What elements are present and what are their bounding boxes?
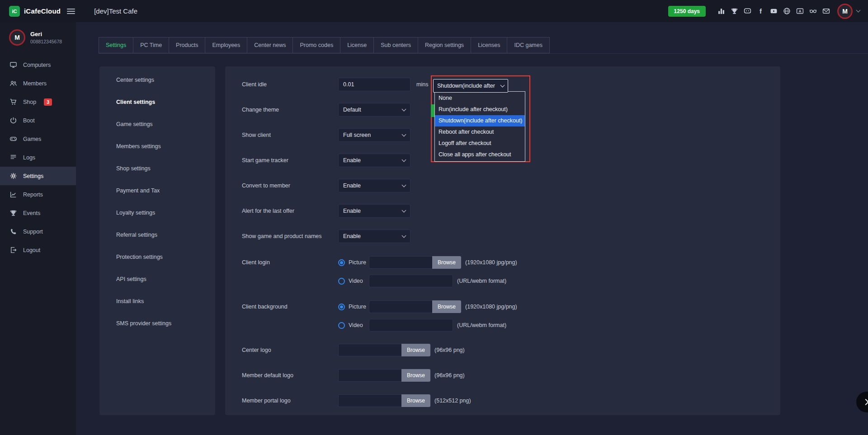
show-names-select[interactable]: Enable xyxy=(338,229,410,243)
convert-to-member-select[interactable]: Enable xyxy=(338,179,410,192)
select-value: Enable xyxy=(343,208,361,214)
settings-nav-game-settings[interactable]: Game settings xyxy=(99,113,215,136)
member-default-logo-input[interactable] xyxy=(338,369,401,382)
translate-icon[interactable]: A xyxy=(796,7,804,15)
member-portal-logo-input[interactable] xyxy=(338,394,401,407)
change-theme-select[interactable]: Default xyxy=(338,103,410,117)
start-game-tracker-select[interactable]: Enable xyxy=(338,154,410,167)
tab-licenses[interactable]: Licenses xyxy=(471,37,507,53)
chevron-down-icon[interactable] xyxy=(856,8,861,13)
settings-nav-loyalty-settings[interactable]: Loyalty settings xyxy=(99,202,215,224)
sidebar-item-boot[interactable]: Boot xyxy=(0,111,76,130)
mail-icon[interactable] xyxy=(822,7,830,15)
settings-nav-payment-and-tax[interactable]: Payment and Tax xyxy=(99,180,215,202)
user-avatar[interactable]: M xyxy=(837,4,853,19)
tab-products[interactable]: Products xyxy=(169,37,205,53)
tab-center-news[interactable]: Center news xyxy=(247,37,293,53)
option-close-all-apps[interactable]: Close all apps after checkout xyxy=(435,149,525,160)
brand[interactable]: iC iCafeCloud xyxy=(0,6,61,17)
settings-nav-install-links[interactable]: Install links xyxy=(99,290,215,313)
settings-nav-center-settings[interactable]: Center settings xyxy=(99,69,215,91)
show-client-select[interactable]: Full screen xyxy=(338,128,410,142)
sidebar-user[interactable]: M Geri 008812345678 xyxy=(0,22,76,53)
chevron-down-icon xyxy=(402,132,406,137)
client-background-picture-browse-button[interactable]: Browse xyxy=(432,300,461,313)
client-login-video-radio[interactable] xyxy=(338,278,345,285)
select-value: Default xyxy=(343,107,361,113)
settings-nav-referral-settings[interactable]: Referral settings xyxy=(99,224,215,246)
tab-employees[interactable]: Employees xyxy=(205,37,247,53)
settings-nav-api-settings[interactable]: API settings xyxy=(99,268,215,290)
tab-sub-centers[interactable]: Sub centers xyxy=(373,37,418,53)
reviews-icon[interactable] xyxy=(809,7,817,15)
client-idle-action-select[interactable]: Shutdown(include after xyxy=(433,79,508,93)
client-background-picture-input[interactable] xyxy=(369,300,432,313)
logout-icon xyxy=(9,246,17,254)
center-logo-browse-button[interactable]: Browse xyxy=(401,344,430,356)
settings-nav-protection-settings[interactable]: Protection settings xyxy=(99,246,215,268)
client-background-picture-radio[interactable] xyxy=(338,304,345,310)
sidebar-item-label: Logs xyxy=(23,154,35,161)
option-logoff-after-checkout[interactable]: Logoff after checkout xyxy=(435,138,525,149)
sidebar-item-events[interactable]: Events xyxy=(0,204,76,222)
sidebar-item-support[interactable]: Support xyxy=(0,222,76,241)
field-hint: (512x512 png) xyxy=(434,398,471,404)
floating-chevron-button[interactable] xyxy=(856,392,868,412)
tab-license[interactable]: License xyxy=(340,37,374,53)
client-login-picture-input[interactable] xyxy=(369,256,432,269)
client-background-video-radio[interactable] xyxy=(338,322,345,329)
member-portal-logo-browse-button[interactable]: Browse xyxy=(401,394,430,407)
option-shutdown-after-checkout[interactable]: Shutdown(include after checkout) xyxy=(435,115,525,126)
alert-last-offer-select[interactable]: Enable xyxy=(338,204,410,218)
discord-icon[interactable] xyxy=(744,7,751,15)
tab-region-settings[interactable]: Region settings xyxy=(418,37,471,53)
client-login-picture-browse-button[interactable]: Browse xyxy=(432,256,461,269)
field-label: Change theme xyxy=(242,107,338,113)
field-label: Center logo xyxy=(242,347,338,353)
menu-toggle-icon[interactable] xyxy=(67,7,75,15)
select-value: Enable xyxy=(343,182,361,189)
sidebar-item-games[interactable]: Games xyxy=(0,130,76,148)
globe-icon[interactable] xyxy=(783,7,791,15)
client-background-video-input[interactable] xyxy=(369,319,453,332)
option-reboot-after-checkout[interactable]: Reboot after checkout xyxy=(435,126,525,138)
stats-icon[interactable] xyxy=(717,7,725,15)
field-label: Client background xyxy=(242,300,338,310)
tab-settings[interactable]: Settings xyxy=(99,37,133,53)
sidebar-item-logs[interactable]: Logs xyxy=(0,148,76,167)
client-idle-input[interactable] xyxy=(338,78,410,91)
client-login-picture-radio[interactable] xyxy=(338,259,345,266)
trophy-icon[interactable] xyxy=(731,7,738,15)
option-run-after-checkout[interactable]: Run(include after checkout) xyxy=(435,104,525,115)
sidebar-item-computers[interactable]: Computers xyxy=(0,56,76,74)
settings-nav-client-settings[interactable]: Client settings xyxy=(99,91,215,113)
annotation-highlight-box: Shutdown(include after None Run(include … xyxy=(431,75,530,162)
sidebar-item-reports[interactable]: Reports xyxy=(0,185,76,204)
settings-nav-members-settings[interactable]: Members settings xyxy=(99,136,215,158)
tab-idc-games[interactable]: IDC games xyxy=(507,37,550,53)
facebook-icon[interactable]: f xyxy=(757,7,764,15)
row-member-default-logo: Member default logo Browse (96x96 png) xyxy=(225,363,780,388)
member-default-logo-browse-button[interactable]: Browse xyxy=(401,369,430,382)
select-value: Enable xyxy=(343,157,361,164)
sidebar-item-settings[interactable]: Settings xyxy=(0,167,76,185)
settings-nav-shop-settings[interactable]: Shop settings xyxy=(99,158,215,180)
option-none[interactable]: None xyxy=(435,93,525,104)
phone-icon xyxy=(9,228,17,235)
client-login-video-input[interactable] xyxy=(369,275,453,287)
settings-nav-sms-provider-settings[interactable]: SMS provider settings xyxy=(99,313,215,335)
sidebar-item-logout[interactable]: Logout xyxy=(0,241,76,259)
field-label: Start game tracker xyxy=(242,157,338,164)
sidebar-item-shop[interactable]: Shop 3 xyxy=(0,93,76,111)
youtube-icon[interactable] xyxy=(770,7,778,15)
sidebar-item-label: Events xyxy=(23,210,40,216)
shop-count-badge: 3 xyxy=(44,98,52,106)
license-days-badge[interactable]: 1250 days xyxy=(668,6,706,17)
tab-promo-codes[interactable]: Promo codes xyxy=(292,37,340,53)
center-logo-input[interactable] xyxy=(338,344,401,356)
sidebar-item-members[interactable]: Members xyxy=(0,74,76,93)
client-idle-action-options: None Run(include after checkout) Shutdow… xyxy=(434,91,525,162)
topbar-right: 1250 days f A M xyxy=(668,4,868,19)
tab-pc-time[interactable]: PC Time xyxy=(133,37,169,53)
sidebar-item-label: Support xyxy=(23,229,43,235)
